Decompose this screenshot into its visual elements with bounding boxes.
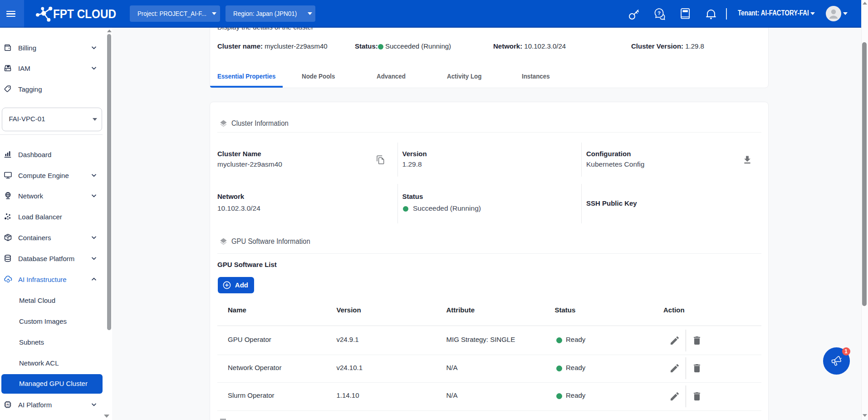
svg-text:?: ? [657, 10, 661, 16]
svg-text:AI: AI [6, 403, 9, 406]
